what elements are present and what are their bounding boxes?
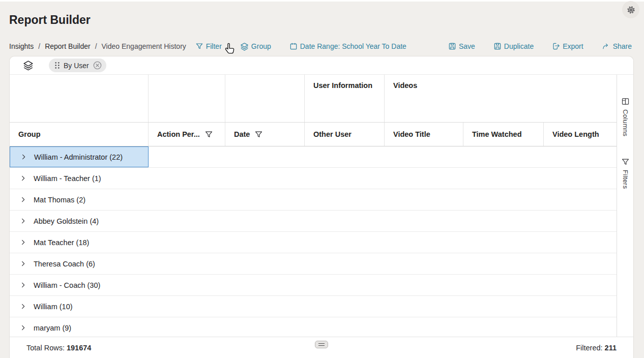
table-row[interactable]: Mat Teacher (18) [10,232,617,253]
column-group-header-row: User Information Videos [10,75,617,123]
layers-icon [23,60,34,71]
share-icon [602,42,610,50]
table-row[interactable]: Abbey Goldstein (4) [10,211,617,232]
columns-icon [621,97,630,106]
grouping-layers-button[interactable] [23,60,34,71]
group-cell-label: William (10) [34,303,73,311]
save-button[interactable]: Save [448,42,475,50]
breadcrumb: Insights / Report Builder / Video Engage… [9,42,186,50]
export-icon [552,42,560,50]
filtered-value: 211 [605,344,617,352]
toolbar: Filter Group Date Range: School Year To … [195,42,632,51]
tab-columns[interactable]: Columns [621,97,630,136]
column-header-label: Video Title [393,130,430,138]
breadcrumb-report-builder[interactable]: Report Builder [45,42,91,50]
chevron-right-icon[interactable] [20,218,26,224]
remove-chip-icon[interactable] [93,61,102,70]
group-cell[interactable]: Mat Teacher (18) [10,232,149,253]
breadcrumb-separator: / [38,42,40,50]
window-top-edge [0,0,644,2]
calendar-icon [289,42,298,50]
grouping-bar: By User [10,56,633,75]
group-cell[interactable]: William - Administrator (22) [10,146,149,167]
group-cell[interactable]: Abbey Goldstein (4) [10,211,149,231]
column-header-date[interactable]: Date [225,123,305,146]
toolbar-actions-group: Save Duplicate Export Share [448,42,632,50]
breadcrumb-toolbar-row: Insights / Report Builder / Video Engage… [9,39,632,53]
status-bar: Total Rows: 191674 Filtered: 211 [10,337,633,358]
group-cell-label: Abbey Goldstein (4) [34,217,99,225]
chevron-right-icon[interactable] [20,175,26,182]
column-header-video-length[interactable]: Video Length [544,123,617,146]
filter-funnel-icon[interactable] [204,130,213,139]
group-cell-label: Mat Thomas (2) [34,196,85,204]
tab-filters[interactable]: Filters [621,158,630,189]
report-builder-page: Report Builder Insights / Report Builder… [0,0,644,358]
table-body: William - Administrator (22) William - T… [10,146,617,337]
group-header-spacer [149,75,225,122]
column-header-row: Group Action Per... Date Other User Vi [10,123,617,146]
chevron-right-icon[interactable] [20,196,26,203]
settings-button[interactable] [622,1,639,18]
filter-button[interactable]: Filter [195,42,222,50]
chevron-right-icon[interactable] [20,239,26,246]
group-button[interactable]: Group [240,42,271,51]
table-row[interactable]: Theresa Coach (6) [10,253,617,275]
column-header-group[interactable]: Group [10,123,149,146]
column-group-videos: Videos [385,75,617,122]
chevron-right-icon[interactable] [20,303,26,310]
column-header-time-watched[interactable]: Time Watched [463,123,544,146]
duplicate-label: Duplicate [504,42,534,50]
group-cell[interactable]: William - Teacher (1) [10,168,149,189]
tab-columns-label: Columns [622,109,629,136]
tab-filters-label: Filters [622,170,629,189]
export-button[interactable]: Export [552,42,583,50]
group-label: Group [251,42,271,50]
duplicate-button[interactable]: Duplicate [493,42,534,50]
column-header-label: Other User [313,130,352,138]
gear-icon [626,5,636,15]
total-rows-status: Total Rows: 191674 [26,344,91,352]
column-header-other-user[interactable]: Other User [305,123,385,146]
chevron-right-icon[interactable] [20,260,26,267]
group-cell-label: William - Administrator (22) [34,153,123,161]
table-row[interactable]: William - Administrator (22) [10,146,617,168]
column-header-label: Date [234,130,250,138]
share-label: Share [613,42,632,50]
drag-grip-icon[interactable] [54,62,60,69]
table-row[interactable]: William - Coach (30) [10,275,617,296]
chevron-right-icon[interactable] [20,154,27,160]
data-grid: User Information Videos Group Action Per… [10,75,617,337]
filter-label: Filter [206,42,222,50]
filter-funnel-icon [621,158,630,166]
table-row[interactable]: Mat Thomas (2) [10,189,617,211]
group-cell-label: Theresa Coach (6) [34,260,95,268]
panel-resize-handle[interactable] [315,341,328,348]
layers-icon [240,42,249,51]
group-chip-by-user[interactable]: By User [49,58,106,72]
group-cell[interactable]: William - Coach (30) [10,275,149,295]
filtered-status: Filtered: 211 [576,344,617,352]
filter-funnel-icon[interactable] [254,130,263,139]
column-header-label: Action Per... [157,130,200,138]
table-content: User Information Videos Group Action Per… [10,75,633,337]
group-cell[interactable]: William (10) [10,296,149,317]
table-row[interactable]: William - Teacher (1) [10,168,617,189]
group-cell[interactable]: Theresa Coach (6) [10,253,149,274]
group-cell[interactable]: Mat Thomas (2) [10,189,149,210]
column-group-user-information: User Information [305,75,385,122]
column-header-action-performed[interactable]: Action Per... [149,123,225,146]
column-header-label: Video Length [552,130,599,138]
column-header-video-title[interactable]: Video Title [385,123,463,146]
duplicate-icon [493,42,502,50]
table-row[interactable]: William (10) [10,296,617,317]
save-icon [448,42,456,50]
chevron-right-icon[interactable] [20,324,26,331]
breadcrumb-insights[interactable]: Insights [9,42,34,50]
group-cell[interactable]: maryam (9) [10,317,149,337]
chevron-right-icon[interactable] [20,282,26,288]
table-row[interactable]: maryam (9) [10,317,617,337]
group-header-spacer [225,75,305,122]
share-button[interactable]: Share [602,42,632,50]
date-range-button[interactable]: Date Range: School Year To Date [289,42,406,50]
